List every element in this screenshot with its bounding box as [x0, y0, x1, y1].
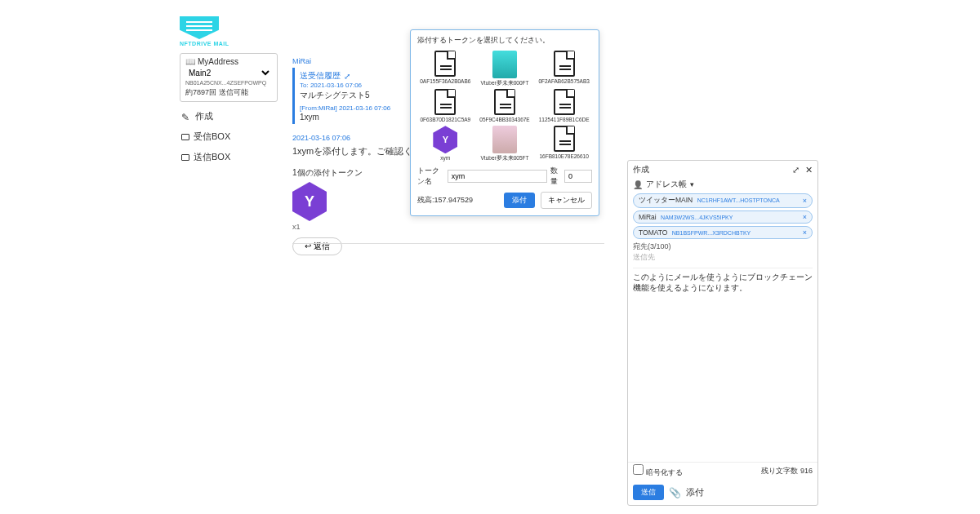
token-cell[interactable]: Vtuber夢未来000FT: [477, 51, 533, 86]
cancel-button[interactable]: キャンセル: [541, 192, 592, 209]
chip-remove-icon[interactable]: ×: [803, 213, 807, 221]
chip-remove-icon[interactable]: ×: [803, 228, 807, 237]
token-name: Vtuber夢未来000FT: [481, 80, 529, 86]
recipient-placeholder[interactable]: 送信先: [628, 252, 817, 266]
attach-label[interactable]: 添付: [686, 486, 704, 498]
token-select-modal: 添付するトークンを選択してください。 0AF155F36A2B0AB6Vtube…: [410, 29, 599, 216]
inbox-icon: [181, 134, 189, 140]
myaddress-label: MyAddress: [185, 57, 272, 66]
divider: [292, 243, 604, 244]
nav-compose-label: 作成: [195, 110, 213, 122]
token-grid: 0AF155F36A2B0AB6Vtuber夢未来000FT0F2AFAB62B…: [417, 51, 592, 161]
attach-button[interactable]: 添付: [504, 193, 535, 208]
wallet-address: NB01A25CNX...4ZSEFPOWPQ: [185, 80, 272, 86]
modal-footer: 残高:157.947529 添付 キャンセル: [417, 192, 592, 209]
token-name: xym: [440, 155, 450, 161]
token-cell[interactable]: 1125411F89B1C6DE: [536, 89, 592, 122]
token-name: Vtuber夢未来005FT: [481, 155, 529, 161]
chars-remaining: 残り文字数 916: [761, 466, 813, 476]
token-cell[interactable]: 0F2AFAB62B575AB3: [536, 51, 592, 86]
chip-label: ツイッターMAIN: [639, 196, 693, 204]
modal-title: 添付するトークンを選択してください。: [417, 35, 592, 46]
myaddress-panel: MyAddress Main2 NB01A25CNX...4ZSEFPOWPQ …: [180, 53, 278, 102]
document-icon: [434, 89, 456, 115]
book-icon: [185, 57, 195, 66]
qty-label: 数量: [550, 166, 561, 187]
compose-options: 暗号化する 残り文字数 916: [628, 462, 817, 480]
token-name: 05F9C4BB3034367E: [479, 117, 529, 122]
document-icon: [434, 51, 456, 77]
nav-inbox[interactable]: 受信BOX: [181, 131, 276, 143]
document-icon: [554, 89, 575, 115]
recipient-chip[interactable]: ツイッターMAIN NC1RHF1AWT...HOSTPTONCA×: [633, 193, 813, 208]
compose-actions: 送信 📎 添付: [628, 480, 817, 505]
token-cell[interactable]: Vtuber夢未来005FT: [477, 126, 533, 161]
chip-label: TOMATO: [639, 228, 667, 237]
wallet-select[interactable]: Main2: [185, 68, 272, 78]
close-icon[interactable]: ✕: [805, 165, 813, 175]
token-name: 0AF155F36A2B0AB6: [420, 78, 470, 84]
attached-token-qty: x1: [292, 223, 603, 231]
token-cell[interactable]: 16FB810E78E26610: [536, 126, 592, 161]
addressbook-row[interactable]: アドレス帳 ▾: [628, 179, 817, 193]
paperclip-icon[interactable]: 📎: [669, 487, 681, 498]
chevron-down-icon[interactable]: ▾: [690, 180, 694, 188]
compose-panel: 作成 ⤢ ✕ アドレス帳 ▾ ツイッターMAIN NC1RHF1AWT...HO…: [627, 160, 818, 506]
sidebar: NFTDRIVE MAIL MyAddress Main2 NB01A25CNX…: [180, 16, 278, 171]
token-thumbnail: [492, 51, 517, 78]
encrypt-checkbox[interactable]: [633, 464, 644, 475]
app-logo-text: NFTDRIVE MAIL: [180, 41, 278, 47]
recipient-chip[interactable]: MiRai NAM3W2WS...4JKVS5IPKY×: [633, 210, 813, 224]
chip-address: NAM3W2WS...4JKVS5IPKY: [661, 215, 733, 220]
outbox-icon: [181, 154, 189, 161]
balance: 残高:157.947529: [417, 195, 473, 206]
token-name-label: トークン名: [417, 166, 444, 187]
token-name-input[interactable]: [448, 170, 547, 183]
token-name: 0F2AFAB62B575AB3: [538, 78, 590, 84]
nav-inbox-label: 受信BOX: [194, 131, 230, 143]
encrypt-option[interactable]: 暗号化する: [633, 464, 683, 478]
document-icon: [494, 89, 515, 115]
app-logo-icon: [180, 16, 219, 39]
chip-address: NC1RHF1AWT...HOSTPTONCA: [697, 197, 780, 203]
person-icon: [633, 180, 643, 189]
token-name: 1125411F89B1C6DE: [539, 117, 590, 122]
token-cell[interactable]: 05F9C4BB3034367E: [477, 89, 533, 122]
send-remaining: 約7897回 送信可能: [185, 87, 272, 98]
token-cell[interactable]: xym: [417, 126, 474, 161]
expand-icon[interactable]: ⤢: [792, 165, 800, 175]
token-name: 16FB810E78E26610: [539, 153, 588, 159]
send-button[interactable]: 送信: [633, 485, 664, 500]
token-name-row: トークン名 数量: [417, 166, 592, 187]
nav-outbox[interactable]: 送信BOX: [181, 151, 276, 163]
compose-body[interactable]: このようにメールを使うようにブロックチェーン機能を使えるようになります。: [633, 268, 813, 460]
compose-title: 作成: [633, 164, 649, 175]
token-cell[interactable]: 0AF155F36A2B0AB6: [417, 51, 474, 86]
nav-outbox-label: 送信BOX: [194, 151, 230, 163]
token-cell[interactable]: 0F63B70D1821C5A9: [417, 89, 474, 122]
qty-input[interactable]: [564, 170, 592, 183]
reply-button[interactable]: ↩ 返信: [292, 237, 342, 255]
token-hex-icon: [433, 126, 457, 153]
compose-header: 作成 ⤢ ✕: [628, 161, 817, 179]
recipient-count: 宛先(3/100): [628, 239, 817, 252]
myaddress-text: MyAddress: [198, 57, 238, 66]
token-thumbnail: [492, 126, 517, 153]
document-icon: [554, 126, 575, 152]
nav-compose[interactable]: 作成: [181, 110, 276, 122]
chip-label: MiRai: [639, 213, 657, 221]
chip-remove-icon[interactable]: ×: [803, 197, 807, 205]
token-name: 0F63B70D1821C5A9: [420, 117, 470, 122]
expand-icon[interactable]: ⤢: [344, 72, 350, 81]
recipient-chips: ツイッターMAIN NC1RHF1AWT...HOSTPTONCA×MiRai …: [628, 193, 817, 239]
attached-token-icon[interactable]: [292, 182, 327, 221]
addressbook-label: アドレス帳: [646, 179, 687, 190]
chip-address: NB1BSFPWR...X3RDCHBTKY: [672, 230, 751, 236]
recipient-chip[interactable]: TOMATO NB1BSFPWR...X3RDCHBTKY×: [633, 226, 813, 239]
pen-icon: [181, 112, 191, 122]
document-icon: [554, 51, 575, 77]
